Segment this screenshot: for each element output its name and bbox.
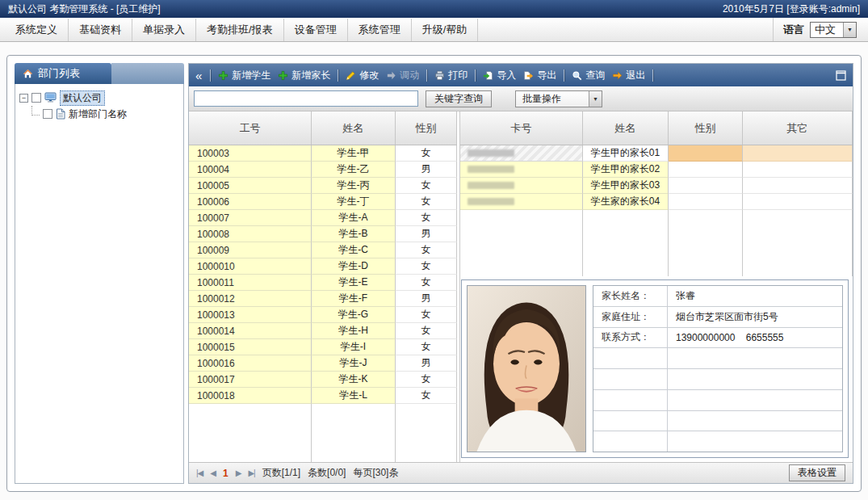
pagination-bar: |◀ ◀ 1 ▶ ▶| 页数[1/1] 条数[0/0] 每页[30]条 表格设置	[189, 462, 853, 483]
edit-button[interactable]: 修改	[346, 69, 379, 82]
student-row[interactable]: 1000014 学生-H 女	[189, 323, 457, 339]
tree-node-label-company[interactable]: 默认公司	[60, 90, 105, 106]
menu-items: 系统定义 基础资料 单据录入 考勤排班/报表 设备管理 系统管理 升级/帮助	[5, 18, 478, 41]
export-icon	[523, 70, 534, 81]
column-header-card-number[interactable]: 卡号	[460, 111, 583, 145]
parent-name-cell: 学生甲的家长01	[583, 145, 669, 162]
column-header-name[interactable]: 姓名	[312, 111, 396, 145]
field-label-contact: 联系方式：	[593, 328, 668, 348]
table-settings-button[interactable]: 表格设置	[789, 464, 845, 481]
prev-page-button[interactable]: ◀	[210, 468, 216, 477]
student-row[interactable]: 100007 学生-A 女	[189, 210, 457, 226]
student-row[interactable]: 1000017 学生-K 女	[189, 372, 457, 388]
current-page-number[interactable]: 1	[223, 468, 229, 479]
parent-card-cell	[460, 178, 583, 194]
last-page-button[interactable]: ▶|	[248, 468, 254, 477]
parent-row[interactable]: 学生甲的家长03	[460, 178, 853, 194]
parent-card-cell	[460, 162, 583, 178]
menu-item[interactable]: 考勤排班/报表	[196, 19, 284, 41]
tree-node-department[interactable]: 新增部门名称	[31, 106, 179, 122]
parent-row[interactable]: 学生甲的家长02	[460, 162, 853, 178]
field-value-contact: 13900000000 6655555	[668, 328, 842, 348]
import-icon	[483, 70, 493, 81]
student-row[interactable]: 1000011 学生-E 女	[189, 275, 457, 291]
query-label: 查询	[585, 69, 605, 82]
student-row[interactable]: 1000012 学生-F 男	[189, 291, 457, 307]
tree-node-company[interactable]: − 默认公司	[19, 90, 179, 106]
field-row: 家庭住址： 烟台市芝罘区面市街5号	[593, 307, 842, 328]
column-header-other[interactable]: 其它	[743, 111, 853, 145]
menu-item[interactable]: 升级/帮助	[412, 19, 479, 41]
field-row: 家长姓名： 张睿	[593, 286, 842, 307]
redacted-card-number	[468, 182, 514, 189]
parent-name-cell: 学生家的家长04	[583, 194, 669, 210]
parents-table-header: 卡号 姓名 性别 其它	[460, 111, 853, 145]
menu-item[interactable]: 系统管理	[348, 19, 412, 41]
menu-item[interactable]: 基础资料	[69, 19, 132, 41]
tables-area: 工号 姓名 性别 100003 学生-甲 女	[189, 111, 853, 462]
keyword-input[interactable]	[194, 90, 418, 107]
column-header-gender[interactable]: 性别	[669, 111, 743, 145]
transfer-button[interactable]: 调动	[386, 69, 419, 82]
column-header-gender[interactable]: 性别	[396, 111, 457, 145]
student-id-cell: 100003	[189, 145, 312, 162]
field-row-empty	[593, 369, 842, 390]
column-header-employee-id[interactable]: 工号	[189, 111, 312, 145]
tree-node-label-department[interactable]: 新增部门名称	[69, 107, 127, 121]
add-parent-button[interactable]: 新增家长	[278, 69, 330, 82]
import-button[interactable]: 导入	[483, 69, 516, 82]
next-page-button[interactable]: ▶	[236, 468, 241, 477]
tree-collapse-icon[interactable]: −	[19, 94, 28, 103]
student-row[interactable]: 100003 学生-甲 女	[189, 145, 457, 162]
edit-label: 修改	[359, 69, 379, 82]
student-row[interactable]: 100009 学生-C 女	[189, 242, 457, 258]
department-sidebar: 部门列表 − 默认公司	[15, 63, 184, 484]
student-row[interactable]: 100006 学生-丁 女	[189, 194, 457, 210]
student-row[interactable]: 1000013 学生-G 女	[189, 307, 457, 323]
student-id-cell: 1000015	[189, 339, 312, 355]
student-row[interactable]: 1000015 学生-I 女	[189, 339, 457, 355]
first-page-button[interactable]: |◀	[196, 468, 203, 477]
menu-item[interactable]: 单据录入	[132, 19, 196, 41]
student-row[interactable]: 1000016 学生-J 男	[189, 355, 457, 372]
redacted-card-number	[468, 149, 514, 157]
exit-button[interactable]: 退出	[612, 69, 645, 82]
app-title: 默认公司 考勤管理系统 - [员工维护]	[8, 2, 161, 16]
student-name-cell: 学生-丙	[312, 178, 396, 194]
export-button[interactable]: 导出	[523, 69, 556, 82]
menu-item[interactable]: 系统定义	[5, 19, 69, 41]
language-group: 语言 中文 ▼	[773, 18, 863, 41]
dropdown-arrow-icon: ▼	[843, 23, 856, 37]
menu-item[interactable]: 设备管理	[284, 19, 348, 41]
query-button[interactable]: 查询	[572, 69, 605, 82]
collapse-sidebar-button[interactable]: «	[195, 69, 202, 82]
student-gender-cell: 女	[396, 372, 457, 388]
batch-operation-dropdown[interactable]: 批量操作 ▼	[515, 90, 602, 107]
date-login-info: 2010年5月7日 [登录账号:admin]	[723, 2, 860, 16]
student-row[interactable]: 100005 学生-丙 女	[189, 178, 457, 194]
student-gender-cell: 女	[396, 194, 457, 210]
company-checkbox[interactable]	[31, 93, 41, 103]
print-button[interactable]: 打印	[434, 69, 468, 82]
parent-row-selected[interactable]: 学生甲的家长01	[460, 145, 853, 162]
language-select[interactable]: 中文 ▼	[810, 22, 857, 38]
field-label-parent-name: 家长姓名：	[593, 286, 668, 306]
tab-department-list[interactable]: 部门列表	[15, 63, 111, 84]
student-row[interactable]: 100004 学生-乙 男	[189, 162, 457, 178]
add-student-button[interactable]: 新增学生	[218, 69, 270, 82]
keyword-search-button[interactable]: 关键字查询	[426, 90, 492, 107]
student-row[interactable]: 1000010 学生-D 女	[189, 258, 457, 275]
student-id-cell: 100009	[189, 242, 312, 258]
parent-row[interactable]: 学生家的家长04	[460, 194, 853, 210]
parents-table-filler	[460, 210, 853, 276]
parent-info-table: 家长姓名： 张睿 家庭住址： 烟台市芝罘区面市街5号 联系方式： 1390000…	[593, 285, 843, 452]
maximize-button[interactable]	[836, 70, 846, 81]
student-gender-cell: 男	[396, 162, 457, 178]
student-id-cell: 100005	[189, 178, 312, 194]
student-row[interactable]: 1000018 学生-L 女	[189, 388, 457, 404]
search-icon	[572, 70, 582, 81]
student-gender-cell: 女	[396, 242, 457, 258]
department-checkbox[interactable]	[43, 109, 52, 119]
student-row[interactable]: 100008 学生-B 男	[189, 226, 457, 242]
column-header-name[interactable]: 姓名	[583, 111, 669, 145]
